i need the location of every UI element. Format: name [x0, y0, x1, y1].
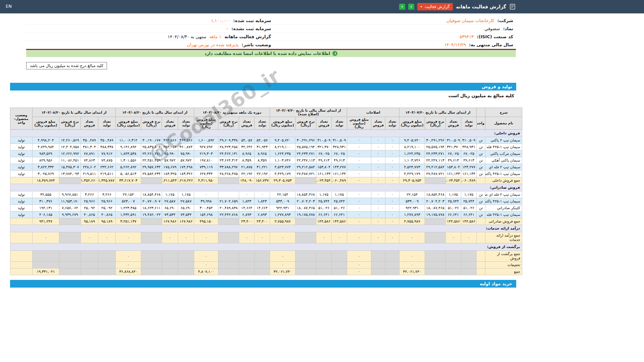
value-cell [425, 268, 446, 275]
value-cell: ۳۲,۰۶۱,۷۴۰ [270, 268, 296, 275]
value-cell: ۲۱,۷۰۲,۶۵۹ [218, 198, 239, 205]
value-cell: ۵۳۳,۰۰۹ [399, 198, 425, 205]
product-row: سیمان مرکب پاکتيتن۶۷,۰۲۵۶۷,۰۲۵۲۴,۲۳۳,۲۷۱… [10, 150, 522, 157]
value-cell [371, 262, 385, 268]
section-label: فروش صادراتي: [10, 184, 522, 191]
value-cell: ۱۴۴,۵۸۶ [446, 218, 461, 225]
value-cell [81, 251, 98, 262]
value-cell: ۰ [385, 137, 399, 144]
column-header: تعداد فروش [316, 117, 332, 130]
value-cell: ۰ [347, 205, 371, 212]
status-cell: تولید [10, 198, 33, 205]
value-cell: ۶۶,۶۴۱ [461, 212, 477, 218]
symbol-field: نماد: سصوفي [271, 26, 513, 31]
nav-prev-button[interactable]: ‹ [399, 4, 405, 10]
company-value[interactable]: کارخانجات سیمان صوفیان [446, 18, 494, 23]
value-cell: ۱۴,۲۶۰,۵۶۹ [59, 137, 81, 144]
value-cell [461, 251, 477, 262]
unit-cell: تن [477, 171, 485, 177]
value-cell: ۹,۹۳۹,۶۷۹ [59, 212, 81, 218]
value-cell: ۱۵۳,۸۰۴ [316, 164, 332, 171]
value-cell: ۱,۲۲۳,۳۸۵ [116, 205, 141, 212]
value-cell [141, 268, 162, 275]
nav-next-button[interactable]: › [408, 4, 414, 10]
value-cell [33, 262, 59, 268]
value-cell: ۱۵,۳۷۵,۳۰۷ [59, 164, 81, 171]
section-row: برگشت از فروش: [10, 243, 522, 251]
value-cell: ۰ [371, 171, 385, 177]
value-cell [33, 251, 59, 262]
value-cell: ۰ [371, 232, 385, 243]
value-cell: ۰ [270, 251, 296, 262]
value-cell: ۱,۱۷۵ [332, 191, 347, 198]
value-cell: ۸,۹۶۵ [255, 150, 270, 157]
value-cell [446, 268, 461, 275]
value-cell: ۲۲,۱۵۴ [399, 191, 425, 198]
value-cell: ۴۹,۶۱۳ [461, 157, 477, 164]
value-cell: ۱۱,۹۵۳,۱۷۰ [59, 198, 81, 205]
value-cell: ۴۹۵,۱۵۰ [194, 218, 218, 225]
value-cell: ۰ [371, 218, 385, 225]
value-cell: ۹,۴۰۵,۷۲۰ [270, 137, 296, 144]
report-type-button[interactable]: گزارش فعالیت ▾ [417, 3, 453, 10]
unit-cell: تن [477, 198, 485, 205]
column-header: مبلغ فروش (میلیون ریال) [347, 117, 371, 130]
value-cell [218, 191, 239, 198]
unit-cell: تن [477, 205, 485, 212]
value-cell: ۱۱,۰۰۶,۳۱۲ [116, 137, 141, 144]
product-name-cell: سیمان تیپ ۲ پاکتي [485, 137, 522, 144]
value-cell: ۱,۰۶۰,۴۸۹ [332, 177, 347, 184]
value-cell [141, 262, 162, 268]
value-cell: ۳۲,۵۵۵ [33, 191, 59, 198]
info-row: نماد: سصوفي سرمایه ثبت نشده: ۰ [26, 25, 516, 33]
chevron-right-icon: › [410, 4, 412, 9]
value-cell: ۰ [385, 191, 399, 198]
value-cell: ۲۷,۵۸۷ [178, 198, 194, 205]
value-cell: ۲۴,۴۶۲,۱۳۱ [218, 150, 239, 157]
value-cell: ۴۹,۶۱۳ [332, 157, 347, 164]
value-cell: ۹,۱۴۶,۸۹۲ [116, 144, 141, 150]
value-cell: ۴,۴۲۹,۱۷۹ [270, 171, 296, 177]
status-cell [10, 177, 33, 184]
column-header: تعداد فروش [162, 117, 178, 130]
value-cell: ۹,۴۰۵,۷۲۰ [399, 137, 425, 144]
value-cell [218, 177, 239, 184]
value-cell [162, 251, 178, 262]
value-cell: ۰ [385, 218, 399, 225]
value-cell: ۷۵,۹۹۰ [162, 150, 178, 157]
value-cell [332, 251, 347, 262]
value-cell: ۷۴,۸۷۵ [98, 157, 116, 164]
value-cell [425, 262, 446, 268]
value-cell [425, 218, 446, 225]
language-toggle[interactable]: EN [6, 4, 12, 9]
value-cell: ۱,۱۷۵ [178, 191, 194, 198]
value-cell: ۱۸۳,۳۲۶ [178, 171, 194, 177]
value-cell: ۱,۲۷۷,۸۹۳ [270, 212, 296, 218]
column-header: مبلغ فروش (میلیون ریال) [194, 117, 218, 130]
fiscal-year-label: سال مالی منتهی به: [469, 42, 513, 47]
value-cell: ۲۷,۴۸۷,۷۲۱ [425, 171, 446, 177]
value-cell: ۲۹,۴۱۲,۵۸۴ [296, 164, 316, 171]
product-name-cell: سیمان تیپ ۲ فله اي صادراتي [485, 191, 522, 198]
value-cell: ۱,۰۶۰,۴۸۹ [461, 177, 477, 184]
header-sub-row: نام محصولواحدتعداد تولیدتعداد فروشنرخ فر… [10, 117, 522, 130]
value-cell: ۱,۰۶۳,۴۵۴ [316, 177, 332, 184]
value-cell: ۱۶۷,۹۸۶ [162, 218, 178, 225]
value-cell [162, 262, 178, 268]
section-row: درآمد ارائه خدمات: [10, 225, 522, 232]
value-cell: ۱,۴۳۲,۵۹۱ [116, 212, 141, 218]
product-name-cell: سیمان مرکب پاکتي [485, 150, 522, 157]
isic-label: کد صنعت (ISIC): [477, 34, 513, 39]
product-name-cell: سیمان تیپ ۱-۴۲۵ پاکتي صادراتي [485, 198, 522, 205]
value-cell: ۱۸,۰۸۷,۴۶۵ [296, 205, 316, 212]
column-header: تعداد فروش [239, 117, 255, 130]
value-cell: ۹۲۲,۹۳۱ [399, 205, 425, 212]
value-cell: ۰ [461, 232, 477, 243]
value-cell: ۲۴,۲۳۳,۲۷۱ [296, 150, 316, 157]
value-cell: ۵۳۳,۰۰۹ [270, 198, 296, 205]
status-cell [10, 232, 33, 243]
value-cell: ۰ [116, 262, 141, 268]
amounts-unit-note-box: کلیه مبالغ درج شده به میلیون ریال می باش… [26, 62, 107, 69]
value-cell: ۶۶,۶۴۱ [332, 212, 347, 218]
value-cell: ۰ [371, 212, 385, 218]
